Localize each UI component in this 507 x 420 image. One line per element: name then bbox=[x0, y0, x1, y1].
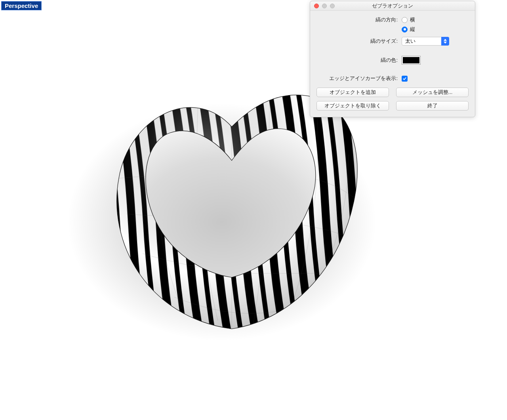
stripe-size-select[interactable]: 太い bbox=[402, 37, 449, 46]
finish-button[interactable]: 終了 bbox=[396, 101, 469, 111]
radio-label-horizontal: 横 bbox=[410, 16, 415, 23]
show-edges-checkbox[interactable] bbox=[402, 76, 408, 82]
remove-object-button[interactable]: オブジェクトを取り除く bbox=[316, 101, 389, 111]
stripe-color-label: 縞の色: bbox=[316, 57, 398, 64]
zoom-icon bbox=[330, 4, 335, 8]
radio-direction-horizontal[interactable]: 横 bbox=[402, 16, 415, 23]
close-icon[interactable] bbox=[314, 4, 319, 8]
dialog-titlebar[interactable]: ゼブラオプション bbox=[310, 1, 475, 11]
dialog-title: ゼブラオプション bbox=[310, 2, 475, 10]
stripe-size-label: 縞のサイズ: bbox=[316, 38, 398, 45]
add-object-button[interactable]: オブジェクトを追加 bbox=[316, 88, 389, 97]
stripe-color-swatch[interactable] bbox=[402, 56, 421, 65]
viewport-label[interactable]: Perspective bbox=[1, 1, 42, 10]
zebra-options-dialog: ゼブラオプション 縞の方向: 横 縦 縞のサイズ: 太い bbox=[310, 1, 475, 117]
radio-label-vertical: 縦 bbox=[410, 26, 415, 33]
adjust-mesh-button[interactable]: メッシュを調整... bbox=[396, 88, 469, 97]
chevron-updown-icon[interactable] bbox=[441, 37, 449, 46]
minimize-icon bbox=[322, 4, 327, 8]
stripe-direction-label: 縞の方向: bbox=[316, 16, 398, 23]
show-edges-label: エッジとアイソカーブを表示: bbox=[316, 75, 398, 82]
radio-direction-vertical[interactable]: 縦 bbox=[402, 26, 415, 33]
